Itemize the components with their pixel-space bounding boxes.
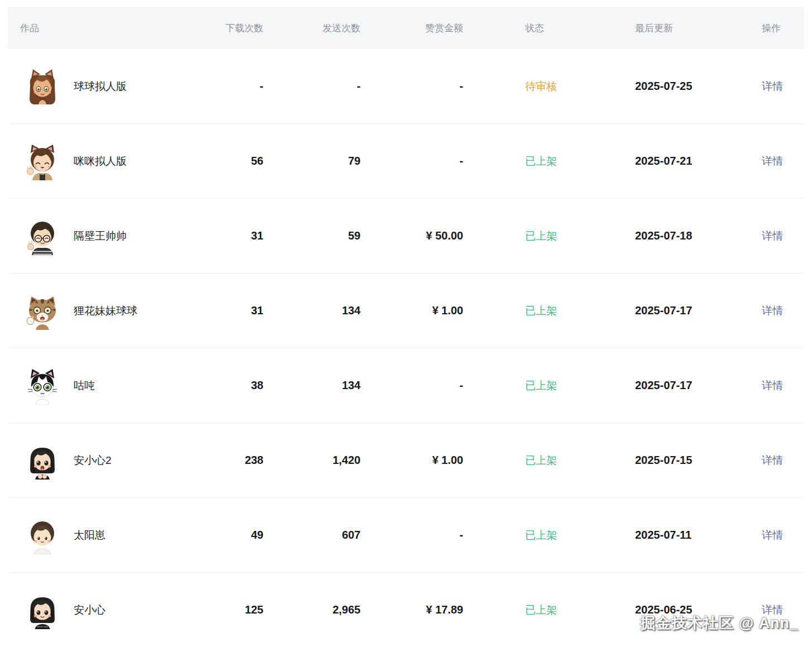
work-name: 安小心2: [74, 453, 112, 468]
amount-cell: -: [363, 80, 465, 93]
updated-cell: 2025-07-21: [576, 155, 703, 167]
detail-link[interactable]: 详情: [762, 305, 783, 317]
sends-cell: 2,965: [266, 603, 363, 616]
downloads-cell: 56: [203, 155, 266, 167]
table-header: 作品 下载次数 发送次数 赞赏金额 状态 最后更新 操作: [8, 7, 804, 49]
status-badge: 已上架: [465, 154, 576, 169]
table-row: 咕吨 38 134 - 已上架 2025-07-17 详情: [8, 348, 804, 423]
table-row: 球球拟人版 - - - 待审核 2025-07-25 详情: [8, 49, 804, 124]
detail-link[interactable]: 详情: [762, 155, 783, 167]
col-header-updated: 最后更新: [576, 22, 703, 35]
work-name: 球球拟人版: [74, 79, 127, 94]
updated-cell: 2025-07-11: [576, 529, 703, 541]
work-cell: 狸花妹妹球球: [8, 292, 203, 330]
col-header-work: 作品: [8, 22, 203, 35]
status-badge: 已上架: [465, 528, 576, 543]
status-badge: 待审核: [465, 79, 576, 94]
cat-girl-avatar: [23, 68, 61, 106]
amount-cell: -: [363, 529, 465, 541]
col-header-sends: 发送次数: [266, 22, 363, 35]
work-cell: 隔壁王帅帅: [8, 217, 203, 255]
work-cell: GOOD LUCK 安小心: [8, 591, 203, 629]
updated-cell: 2025-07-25: [576, 80, 703, 93]
detail-link[interactable]: 详情: [762, 380, 783, 391]
table-row: 太阳崽 49 607 - 已上架 2025-07-11 详情: [8, 498, 804, 573]
work-cell: 球球拟人版: [8, 68, 203, 106]
sends-cell: -: [266, 80, 363, 93]
work-name: 太阳崽: [74, 528, 105, 543]
sends-cell: 607: [266, 529, 363, 541]
col-header-status: 状态: [465, 22, 576, 35]
status-badge: 已上架: [465, 304, 576, 318]
downloads-cell: 31: [203, 229, 266, 242]
updated-cell: 2025-07-15: [576, 454, 703, 467]
amount-cell: ¥ 50.00: [363, 229, 465, 242]
status-badge: 已上架: [465, 229, 576, 243]
table-row: 隔壁王帅帅 31 59 ¥ 50.00 已上架 2025-07-18 详情: [8, 199, 804, 274]
sends-cell: 1,420: [266, 454, 363, 467]
work-cell: 咪咪拟人版: [8, 142, 203, 180]
work-cell: 咕吨: [8, 367, 203, 405]
work-name: 安小心: [74, 603, 105, 617]
status-badge: 已上架: [465, 378, 576, 393]
detail-link[interactable]: 详情: [762, 230, 783, 242]
detail-link[interactable]: 详情: [762, 454, 783, 466]
tabby-cat-avatar: [23, 292, 61, 330]
sends-cell: 79: [266, 155, 363, 167]
table-row: 安小心2 238 1,420 ¥ 1.00 已上架 2025-07-15 详情: [8, 423, 804, 498]
amount-cell: ¥ 1.00: [363, 304, 465, 317]
col-header-actions: 操作: [703, 22, 804, 35]
status-badge: 已上架: [465, 453, 576, 468]
table-row: 狸花妹妹球球 31 134 ¥ 1.00 已上架 2025-07-17 详情: [8, 274, 804, 348]
downloads-cell: 31: [203, 304, 266, 317]
detail-link[interactable]: 详情: [762, 529, 783, 541]
table-row: 咪咪拟人版 56 79 - 已上架 2025-07-21 详情: [8, 124, 804, 199]
work-name: 狸花妹妹球球: [74, 304, 137, 318]
amount-cell: -: [363, 379, 465, 392]
bob-girl-goodluck-avatar: GOOD LUCK: [23, 591, 61, 629]
sends-cell: 134: [266, 304, 363, 317]
downloads-cell: -: [203, 80, 266, 93]
work-cell: 安小心2: [8, 442, 203, 480]
tuxedo-cat-avatar: [23, 367, 61, 405]
cat-boy-waving-avatar: [23, 142, 61, 180]
bob-girl-excited-avatar: [23, 442, 61, 480]
downloads-cell: 125: [203, 603, 266, 616]
downloads-cell: 238: [203, 454, 266, 467]
sends-cell: 134: [266, 379, 363, 392]
col-header-downloads: 下载次数: [203, 22, 266, 35]
shirt-text: GOOD LUCK: [37, 625, 49, 627]
col-header-amount: 赞赏金额: [363, 22, 465, 35]
downloads-cell: 49: [203, 529, 266, 541]
work-name: 咕吨: [74, 378, 95, 393]
updated-cell: 2025-07-18: [576, 229, 703, 242]
glasses-boy-peace-avatar: [23, 217, 61, 255]
updated-cell: 2025-07-17: [576, 379, 703, 392]
watermark: 掘金技术社区 @ Ann_: [640, 613, 799, 633]
amount-cell: ¥ 1.00: [363, 454, 465, 467]
amount-cell: ¥ 17.89: [363, 603, 465, 616]
brown-hair-boy-avatar: [23, 516, 61, 554]
detail-link[interactable]: 详情: [762, 80, 783, 92]
updated-cell: 2025-07-17: [576, 304, 703, 317]
works-table: 作品 下载次数 发送次数 赞赏金额 状态 最后更新 操作: [8, 7, 804, 647]
amount-cell: -: [363, 155, 465, 167]
table-row: GOOD LUCK 安小心 125 2,965 ¥ 17.89 已上架 2025…: [8, 573, 804, 647]
sends-cell: 59: [266, 229, 363, 242]
work-name: 咪咪拟人版: [74, 154, 127, 169]
downloads-cell: 38: [203, 379, 266, 392]
work-cell: 太阳崽: [8, 516, 203, 554]
work-name: 隔壁王帅帅: [74, 229, 127, 243]
status-badge: 已上架: [465, 603, 576, 617]
